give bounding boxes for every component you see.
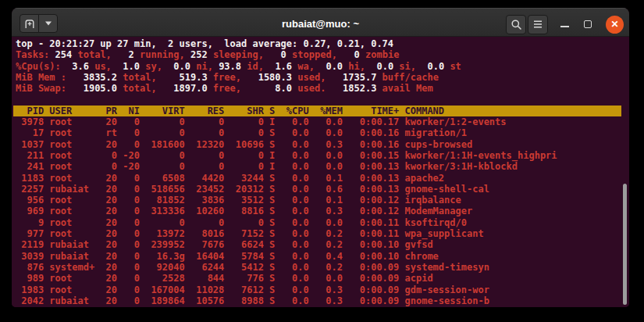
process-row: 989 root 20 0 2528 844 776 S 0.0 0.0 0:0…	[16, 273, 629, 284]
new-tab-button[interactable]	[20, 14, 39, 33]
close-button[interactable]: ✕	[606, 16, 624, 34]
process-row: 2119 rubaiat 20 0 239952 7676 6624 S 0.0…	[16, 239, 629, 250]
search-icon	[511, 19, 522, 30]
process-row: 1037 root 20 0 181600 12320 10696 S 0.0 …	[16, 139, 629, 150]
process-row: 9 root 20 0 0 0 0 S 0.0 0.0 0:00.11 ksof…	[16, 217, 629, 228]
titlebar[interactable]: rubaiat@muo: ~	[12, 8, 629, 37]
new-tab-button-group	[20, 14, 58, 33]
process-row: 956 root 20 0 81852 3836 3512 S 0.0 0.1 …	[16, 195, 629, 206]
window-controls: ✕	[506, 8, 624, 37]
scrollbar-thumb[interactable]	[623, 184, 627, 305]
process-row: 211 root 0 -20 0 0 0 I 0.0 0.0 0:00.15 k…	[16, 150, 629, 161]
minimize-button[interactable]	[557, 15, 571, 34]
process-row: 3039 rubaiat 20 0 16.3g 16404 5784 S 0.0…	[16, 251, 629, 262]
terminal-screen[interactable]: top - 20:21:27 up 27 min, 2 users, load …	[12, 37, 629, 307]
process-row: 876 systemd+ 20 0 92040 6244 5412 S 0.0 …	[16, 262, 629, 273]
summary-line: %Cpu(s): 3.6 us, 1.0 sy, 0.0 ni, 93.8 id…	[16, 61, 629, 72]
maximize-button[interactable]	[581, 15, 595, 34]
summary-line: MiB Mem : 3835.2 total, 519.3 free, 1580…	[16, 72, 629, 83]
menu-button[interactable]	[528, 15, 548, 34]
process-row: 241 root 0 -20 0 0 0 I 0.0 0.0 0:00.13 k…	[16, 161, 629, 172]
process-table-header: PID USER PR NI VIRT RES SHR S %CPU %MEM …	[13, 106, 621, 116]
chevron-down-icon	[44, 20, 52, 27]
process-row: 2257 rubaiat 20 0 518656 23452 20312 S 0…	[16, 184, 629, 195]
window-title: rubaiat@muo: ~	[282, 17, 359, 29]
hamburger-menu-icon	[533, 20, 543, 28]
process-row: 1183 root 20 0 6508 4420 3244 S 0.0 0.1 …	[16, 173, 629, 184]
close-icon: ✕	[610, 20, 618, 29]
blank-line	[16, 94, 629, 105]
summary-line: MiB Swap: 1905.0 total, 1897.0 free, 8.0…	[16, 83, 629, 94]
maximize-icon	[584, 20, 592, 28]
summary-line: top - 20:21:27 up 27 min, 2 users, load …	[16, 38, 629, 49]
process-row: 2042 rubaiat 20 0 189864 10576 8988 S 0.…	[16, 295, 629, 306]
search-button[interactable]	[506, 15, 526, 34]
summary-line: Tasks: 254 total, 2 running, 252 sleepin…	[16, 49, 629, 60]
new-tab-icon	[24, 19, 35, 29]
process-row: 969 root 20 0 313336 10260 8816 S 0.0 0.…	[16, 206, 629, 216]
process-rows: 3978 root 20 0 0 0 0 I 0.0 0.0 0:00.17 k…	[16, 116, 629, 306]
process-row: 977 root 20 0 13972 8016 7152 S 0.0 0.2 …	[16, 228, 629, 239]
terminal-window: rubaiat@muo: ~	[12, 8, 629, 307]
process-row: 1983 root 20 0 167004 11028 7612 S 0.0 0…	[16, 284, 629, 295]
process-row: 3978 root 20 0 0 0 0 I 0.0 0.0 0:00.17 k…	[16, 116, 629, 127]
top-summary: top - 20:21:27 up 27 min, 2 users, load …	[16, 38, 629, 94]
minimize-icon	[560, 26, 569, 27]
process-row: 17 root rt 0 0 0 0 S 0.0 0.0 0:00.16 mig…	[16, 127, 629, 138]
tab-dropdown-button[interactable]	[38, 14, 58, 33]
